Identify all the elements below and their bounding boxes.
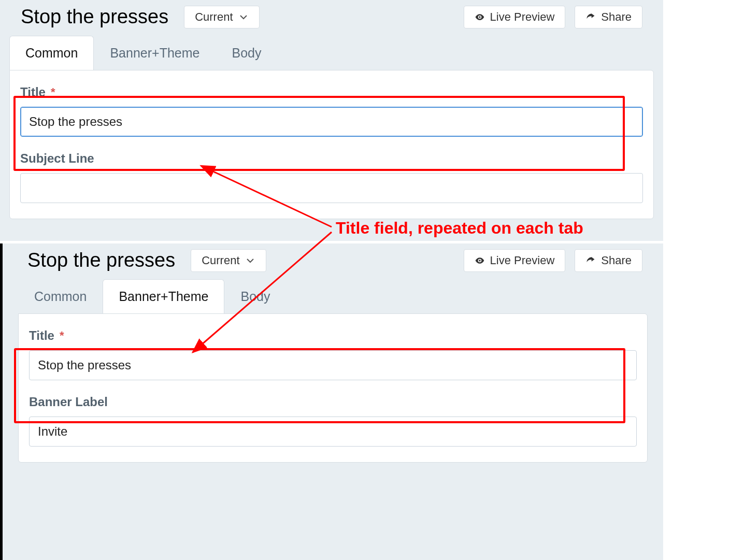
live-preview-button[interactable]: Live Preview [464,249,566,272]
tab-common[interactable]: Common [9,36,94,70]
svg-point-0 [479,16,480,18]
chevron-down-icon [245,255,255,266]
share-label: Share [601,255,632,266]
version-dropdown[interactable]: Current [191,249,266,272]
live-preview-label: Live Preview [490,11,555,23]
required-mark: * [51,87,55,98]
banner-label-field-group: Banner Label [29,395,637,447]
required-mark: * [60,330,64,341]
title-input[interactable] [20,107,643,137]
banner-label-label: Banner Label [29,395,108,409]
subject-label: Subject Line [20,151,94,166]
version-dropdown-label: Current [195,11,233,23]
version-dropdown-label: Current [202,255,239,266]
tab-bar: Common Banner+Theme Body [3,277,663,313]
svg-point-1 [479,260,480,261]
banner-label-input[interactable] [29,417,637,447]
subject-field-group: Subject Line [20,151,643,203]
share-icon [585,255,596,266]
live-preview-label: Live Preview [490,255,555,266]
right-sidebar-peek [663,0,744,560]
title-field-group: Title * [20,85,643,137]
share-button[interactable]: Share [575,249,642,272]
subject-input[interactable] [20,173,643,203]
tab-banner-theme[interactable]: Banner+Theme [103,279,224,313]
share-icon [585,12,596,22]
page-title: Stop the presses [27,249,175,271]
page-header: Stop the presses Current Live Preview Sh… [0,0,663,34]
chevron-down-icon [238,12,249,22]
eye-icon [475,12,485,22]
page-title: Stop the presses [21,6,168,28]
share-label: Share [601,11,632,23]
share-button[interactable]: Share [575,6,642,28]
tab-body[interactable]: Body [224,279,286,313]
page-header: Stop the presses Current Live Preview Sh… [3,243,663,277]
tab-banner-theme[interactable]: Banner+Theme [94,36,216,70]
eye-icon [475,255,485,266]
live-preview-button[interactable]: Live Preview [464,6,566,28]
version-dropdown[interactable]: Current [184,6,259,28]
tab-common[interactable]: Common [18,279,103,313]
header-actions: Live Preview Share [464,6,642,28]
title-label: Title [29,328,54,343]
form-panel: Title * Banner Label [18,313,648,463]
title-input[interactable] [29,350,637,380]
form-panel: Title * Subject Line [9,70,654,219]
header-actions: Live Preview Share [464,249,642,272]
title-label: Title [20,85,46,99]
editor-panel-common: Stop the presses Current Live Preview Sh… [0,0,663,241]
title-field-group: Title * [29,328,637,380]
tab-bar: Common Banner+Theme Body [0,34,663,70]
tab-body[interactable]: Body [216,36,277,70]
editor-panel-banner-theme: Stop the presses Current Live Preview Sh… [0,243,663,560]
